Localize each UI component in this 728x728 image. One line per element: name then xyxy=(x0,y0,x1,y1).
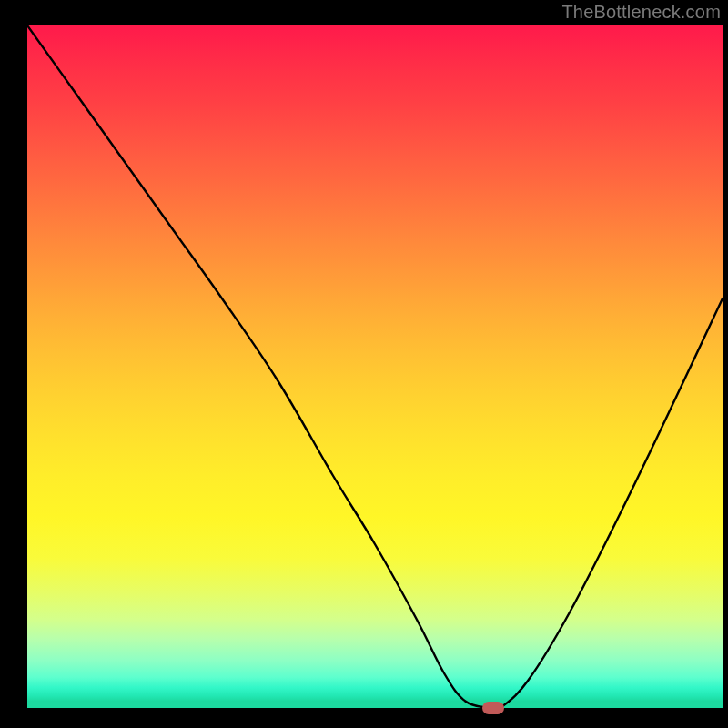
optimum-marker xyxy=(482,702,504,714)
chart-frame: TheBottleneck.com xyxy=(0,0,728,728)
plot-area xyxy=(27,25,723,708)
watermark-text: TheBottleneck.com xyxy=(561,2,721,23)
bottleneck-curve xyxy=(27,25,723,708)
